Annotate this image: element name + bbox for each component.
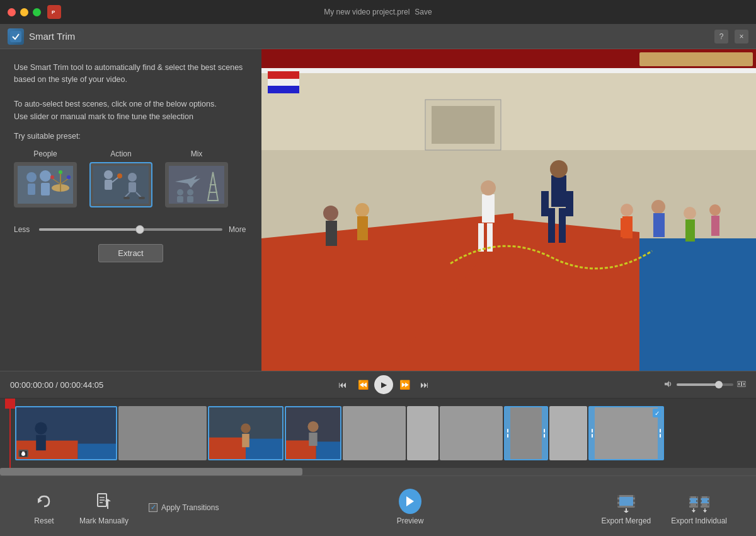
skip-back-button[interactable]: ⏮ bbox=[334, 376, 352, 393]
close-traffic-light[interactable] bbox=[8, 8, 16, 16]
svg-rect-86 bbox=[209, 438, 246, 459]
mark-manually-toolbar-item[interactable]: Mark Manually bbox=[69, 485, 139, 530]
clip-8-right-handle[interactable] bbox=[542, 407, 547, 459]
svg-rect-24 bbox=[123, 197, 130, 199]
clip-10[interactable]: ✓ bbox=[588, 406, 664, 460]
svg-marker-132 bbox=[703, 510, 707, 513]
slider-less-label: Less bbox=[14, 225, 33, 234]
svg-point-14 bbox=[59, 170, 62, 174]
svg-rect-74 bbox=[743, 383, 745, 385]
reset-label: Reset bbox=[34, 516, 54, 525]
close-button[interactable]: × bbox=[735, 30, 748, 44]
svg-rect-106 bbox=[617, 499, 619, 502]
playhead-marker[interactable] bbox=[5, 399, 15, 468]
svg-point-88 bbox=[241, 424, 250, 433]
timeline-clips: ✓ bbox=[15, 405, 756, 462]
playhead-head bbox=[5, 399, 15, 409]
clip-4[interactable] bbox=[285, 406, 341, 460]
svg-rect-84 bbox=[22, 452, 25, 453]
export-individual-toolbar-item[interactable]: Export Individual bbox=[661, 485, 737, 530]
svg-rect-7 bbox=[41, 183, 50, 195]
clip-7[interactable] bbox=[440, 406, 503, 460]
svg-rect-25 bbox=[139, 197, 145, 199]
skip-forward-button[interactable]: ⏭ bbox=[416, 376, 433, 393]
extract-button[interactable]: Extract bbox=[98, 244, 163, 262]
svg-rect-89 bbox=[242, 434, 249, 447]
clip-8[interactable] bbox=[504, 406, 548, 460]
export-merged-toolbar-item[interactable]: Export Merged bbox=[592, 485, 662, 530]
svg-rect-124 bbox=[701, 500, 702, 502]
fullscreen-traffic-light[interactable] bbox=[33, 8, 41, 16]
clip-6[interactable] bbox=[407, 406, 438, 460]
panel-header-actions: ? × bbox=[714, 30, 748, 44]
preview-play-circle bbox=[399, 489, 421, 514]
clip-8-left-handle[interactable] bbox=[505, 407, 510, 459]
volume-thumb[interactable] bbox=[715, 381, 723, 388]
next-frame-button[interactable]: ⏩ bbox=[396, 376, 413, 393]
volume-section bbox=[664, 379, 746, 390]
bottom-toolbar: Duration: 00:33 Reset Mark Manually bbox=[0, 475, 756, 536]
svg-rect-92 bbox=[316, 441, 340, 459]
clip-1[interactable] bbox=[15, 406, 117, 460]
timeline-scrollbar[interactable] bbox=[0, 468, 756, 475]
svg-point-64 bbox=[709, 204, 721, 216]
svg-rect-59 bbox=[621, 218, 627, 237]
slider-track[interactable] bbox=[39, 228, 222, 231]
svg-point-80 bbox=[35, 422, 47, 434]
current-time: 00:00:00:00 bbox=[10, 380, 54, 390]
clip-10-left-handle[interactable] bbox=[590, 407, 595, 459]
traffic-lights bbox=[8, 8, 41, 16]
svg-point-27 bbox=[177, 189, 183, 195]
svg-marker-76 bbox=[8, 405, 13, 408]
timeline-scrollbar-thumb[interactable] bbox=[0, 468, 302, 475]
speaker-icon bbox=[737, 379, 746, 390]
left-panel: Use Smart Trim tool to automatically fin… bbox=[0, 49, 261, 371]
clip-5-content bbox=[343, 406, 406, 460]
panel-title: Smart Trim bbox=[29, 31, 75, 42]
apply-transitions-checkbox[interactable]: ✓ bbox=[149, 503, 158, 512]
preset-people[interactable]: People bbox=[14, 149, 77, 207]
clip-3[interactable] bbox=[208, 406, 284, 460]
project-name: My new video project.prel bbox=[324, 8, 410, 16]
svg-point-19 bbox=[117, 173, 122, 178]
time-separator: / bbox=[55, 380, 60, 390]
save-button[interactable]: Save bbox=[415, 8, 432, 16]
help-button[interactable]: ? bbox=[714, 30, 728, 44]
clip-2[interactable] bbox=[118, 406, 207, 460]
preset-mix-thumb[interactable] bbox=[165, 162, 228, 207]
clip-2-content bbox=[118, 406, 207, 460]
clip-9[interactable] bbox=[549, 406, 587, 460]
preset-people-thumb[interactable] bbox=[14, 162, 77, 207]
svg-rect-55 bbox=[478, 223, 484, 252]
preview-toolbar-item[interactable]: Preview bbox=[385, 485, 435, 530]
svg-rect-105 bbox=[617, 495, 619, 498]
apply-transitions-item[interactable]: ✓ Apply Transitions bbox=[139, 498, 229, 517]
svg-rect-110 bbox=[633, 504, 635, 506]
timeline: ✓ bbox=[0, 399, 756, 468]
minimize-traffic-light[interactable] bbox=[20, 8, 28, 16]
preset-action[interactable]: Action bbox=[89, 149, 152, 207]
clip-5[interactable] bbox=[343, 406, 406, 460]
app-icon: P bbox=[47, 5, 61, 19]
video-preview bbox=[261, 49, 756, 371]
volume-fill bbox=[677, 383, 719, 386]
svg-rect-49 bbox=[548, 208, 555, 243]
svg-rect-5 bbox=[28, 184, 35, 195]
volume-track[interactable] bbox=[677, 383, 733, 386]
svg-point-4 bbox=[26, 172, 37, 182]
reset-toolbar-item[interactable]: Reset bbox=[19, 485, 69, 530]
slider-thumb[interactable] bbox=[135, 225, 144, 234]
svg-marker-102 bbox=[406, 496, 414, 506]
total-time: 00:00:44:05 bbox=[60, 380, 104, 390]
slider-fill bbox=[39, 228, 140, 231]
play-button[interactable]: ▶ bbox=[374, 375, 393, 394]
preset-label: Try suitable preset: bbox=[14, 132, 248, 141]
svg-rect-108 bbox=[633, 495, 635, 498]
preset-mix[interactable]: Mix bbox=[165, 149, 228, 207]
preset-action-thumb[interactable] bbox=[89, 162, 152, 207]
svg-point-6 bbox=[40, 170, 51, 182]
prev-frame-button[interactable]: ⏪ bbox=[354, 376, 372, 393]
svg-point-93 bbox=[307, 421, 318, 432]
svg-rect-79 bbox=[78, 444, 116, 459]
svg-rect-61 bbox=[653, 213, 665, 237]
